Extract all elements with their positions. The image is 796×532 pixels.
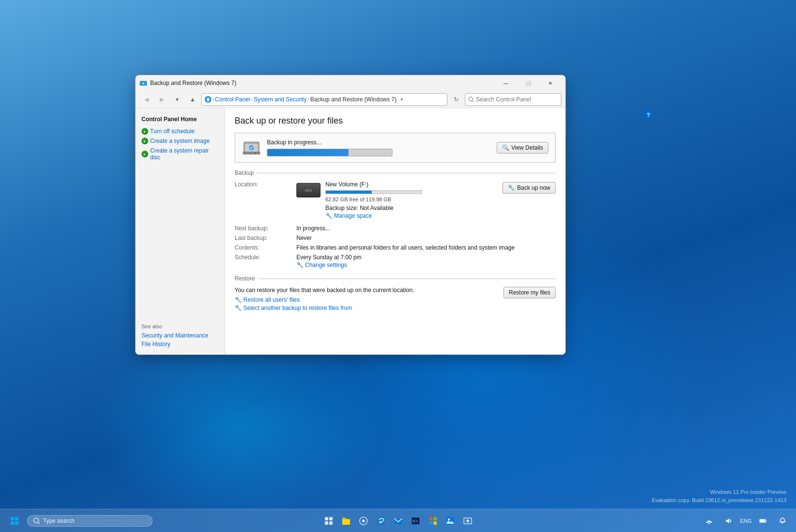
drive-icon: HDD bbox=[296, 183, 321, 197]
breadcrumb-system-security[interactable]: System and Security bbox=[253, 96, 307, 103]
file-history-link[interactable]: File History bbox=[141, 340, 219, 349]
address-bar: ◀ ▶ ▾ ▲ › Control Panel › System and Sec… bbox=[136, 91, 565, 108]
manage-space-link[interactable]: 🔧 Manage space bbox=[325, 212, 422, 219]
taskbar-file-explorer-icon[interactable] bbox=[338, 513, 354, 529]
last-backup-label: Last backup: bbox=[235, 234, 293, 242]
svg-rect-17 bbox=[329, 517, 333, 520]
see-also-section: See also Security and Maintenance File H… bbox=[136, 314, 224, 349]
backup-size-value: Backup size: Not Available bbox=[325, 204, 393, 212]
svg-point-34 bbox=[466, 519, 469, 522]
taskbar-edge-icon[interactable] bbox=[373, 513, 389, 529]
view-details-button[interactable]: 🔍 View Details bbox=[497, 142, 548, 154]
location-details: New Volume (F:) 62.82 GB free of 119.98 … bbox=[325, 181, 422, 219]
create-system-image-link[interactable]: ▸ Create a system image bbox=[136, 136, 224, 146]
svg-rect-12 bbox=[11, 521, 14, 525]
control-panel-home-link[interactable]: Control Panel Home bbox=[136, 114, 224, 126]
change-settings-link[interactable]: 🔧 Change settings bbox=[296, 262, 556, 268]
select-another-icon: 🔧 bbox=[235, 305, 242, 311]
security-maintenance-link[interactable]: Security and Maintenance bbox=[141, 331, 219, 340]
location-size: 62.82 GB free of 119.98 GB bbox=[325, 196, 422, 202]
taskbar-settings-icon[interactable] bbox=[356, 513, 371, 529]
location-bar-container bbox=[325, 190, 422, 194]
back-button[interactable]: ◀ bbox=[140, 93, 153, 106]
schedule-label: Schedule: bbox=[235, 253, 293, 262]
backup-progress-icon bbox=[242, 138, 261, 157]
svg-rect-16 bbox=[325, 517, 328, 520]
svg-rect-29 bbox=[429, 521, 433, 525]
svg-text:C:\: C:\ bbox=[413, 519, 418, 523]
forward-button[interactable]: ▶ bbox=[155, 93, 168, 106]
recent-locations-button[interactable]: ▾ bbox=[170, 93, 184, 106]
minimize-button[interactable]: — bbox=[495, 75, 517, 91]
svg-line-4 bbox=[472, 100, 474, 102]
breadcrumb-dropdown-button[interactable]: ▾ bbox=[398, 93, 406, 106]
sys-tray-info: ENG bbox=[740, 518, 752, 524]
location-label: Location: bbox=[235, 180, 258, 189]
up-button[interactable]: ▲ bbox=[186, 93, 199, 106]
taskbar-search-icon bbox=[33, 518, 40, 524]
create-repair-disc-link[interactable]: ▸ Create a system repair disc bbox=[136, 146, 224, 162]
svg-rect-38 bbox=[760, 520, 765, 522]
svg-point-9 bbox=[255, 153, 256, 154]
svg-rect-10 bbox=[11, 517, 14, 520]
manage-space-icon: 🔧 bbox=[325, 212, 333, 219]
taskbar-search-text: Type search bbox=[43, 518, 74, 524]
main-area: Control Panel Home ▸ Turn off schedule ▸… bbox=[136, 108, 565, 354]
svg-point-14 bbox=[34, 518, 39, 523]
left-nav: Control Panel Home ▸ Turn off schedule ▸… bbox=[136, 108, 225, 354]
svg-rect-27 bbox=[429, 517, 433, 520]
schedule-value: Every Sunday at 7:00 pm bbox=[296, 253, 556, 262]
refresh-button[interactable]: ↻ bbox=[449, 93, 463, 106]
restore-all-users-link[interactable]: 🔧 Restore all users' files bbox=[235, 296, 498, 303]
back-up-now-button[interactable]: 🔧 Back up now bbox=[503, 182, 556, 194]
restore-section: Restore You can restore your files that … bbox=[235, 275, 556, 313]
help-button[interactable]: ? bbox=[643, 110, 653, 120]
taskbar-widgets-icon[interactable] bbox=[321, 513, 336, 529]
svg-rect-11 bbox=[15, 517, 18, 520]
restore-my-files-button[interactable]: Restore my files bbox=[503, 287, 556, 298]
notifications-icon[interactable] bbox=[775, 513, 790, 529]
taskbar-network-icon[interactable] bbox=[701, 513, 717, 529]
breadcrumb-current: Backup and Restore (Windows 7) bbox=[310, 96, 397, 103]
turn-off-schedule-link[interactable]: ▸ Turn off schedule bbox=[136, 126, 224, 136]
title-bar-title: Backup and Restore (Windows 7) bbox=[150, 80, 495, 86]
taskbar-photos-icon[interactable] bbox=[443, 513, 458, 529]
close-button[interactable]: ✕ bbox=[539, 75, 561, 91]
create-system-image-icon: ▸ bbox=[141, 138, 148, 144]
content-area: Back up or restore your files Backup in … bbox=[225, 108, 565, 354]
restore-box: You can restore your files that were bac… bbox=[235, 287, 556, 313]
restore-section-label: Restore bbox=[235, 275, 556, 282]
last-backup-value: Never bbox=[296, 234, 556, 242]
backup-progress-box: Backup in progress... 🔍 View Details bbox=[235, 133, 556, 163]
taskbar-volume-icon[interactable] bbox=[721, 513, 736, 529]
create-repair-disc-icon: ▸ bbox=[141, 151, 148, 157]
breadcrumb-control-panel[interactable]: Control Panel bbox=[215, 96, 250, 103]
svg-rect-18 bbox=[325, 521, 328, 525]
search-input[interactable] bbox=[476, 96, 558, 103]
svg-point-32 bbox=[448, 518, 450, 520]
taskbar-mail-icon[interactable] bbox=[391, 513, 406, 529]
taskbar-battery-icon[interactable] bbox=[755, 513, 771, 529]
language-indicator[interactable]: ENG bbox=[740, 518, 752, 524]
page-title: Back up or restore your files bbox=[235, 116, 556, 126]
taskbar-right: ENG bbox=[701, 513, 790, 529]
maximize-button[interactable]: ⬜ bbox=[517, 75, 539, 91]
see-also-title: See also bbox=[141, 323, 219, 329]
restore-content: You can restore your files that were bac… bbox=[235, 287, 498, 313]
home-icon bbox=[205, 96, 211, 103]
taskbar-capture-icon[interactable] bbox=[460, 513, 475, 529]
change-settings-icon: 🔧 bbox=[296, 262, 304, 268]
taskbar-microsoft-store-icon[interactable] bbox=[425, 513, 441, 529]
taskbar-search[interactable]: Type search bbox=[27, 515, 153, 527]
taskbar: Type search C:\ bbox=[0, 509, 796, 532]
svg-point-3 bbox=[469, 97, 473, 101]
start-button[interactable] bbox=[6, 512, 23, 530]
select-another-backup-link[interactable]: 🔧 Select another backup to restore files… bbox=[235, 305, 498, 311]
watermark: Windows 11 Pro Insider Preview Evaluatio… bbox=[652, 488, 786, 504]
title-bar: Backup and Restore (Windows 7) — ⬜ ✕ bbox=[136, 75, 565, 91]
taskbar-terminal-icon[interactable]: C:\ bbox=[408, 513, 423, 529]
taskbar-center-icons: C:\ bbox=[321, 513, 475, 529]
breadcrumb-bar: › Control Panel › System and Security › … bbox=[201, 93, 447, 106]
progress-bar-fill bbox=[267, 149, 349, 156]
turn-off-schedule-icon: ▸ bbox=[141, 128, 148, 135]
